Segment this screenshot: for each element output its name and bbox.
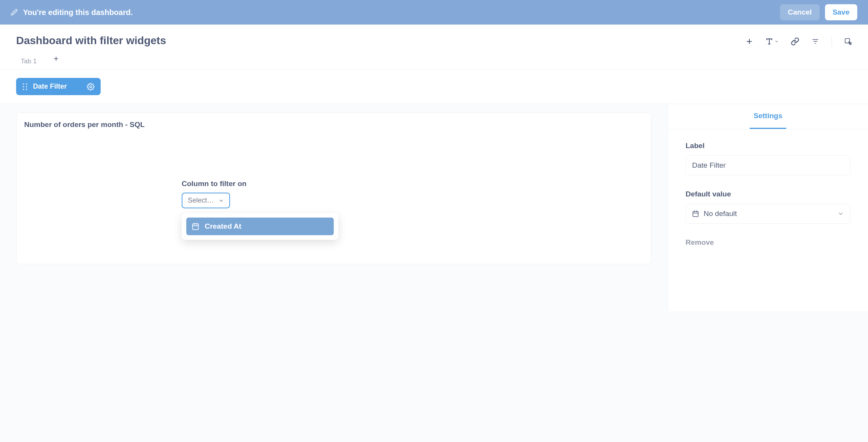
sidebar-tabs: Settings xyxy=(668,104,868,129)
svg-point-11 xyxy=(23,89,24,90)
drag-handle-icon[interactable] xyxy=(22,83,28,90)
gear-icon[interactable] xyxy=(87,83,94,91)
chevron-down-icon xyxy=(838,211,844,217)
filter-row: Date Filter xyxy=(0,69,868,104)
column-select[interactable]: Select… xyxy=(182,193,230,208)
svg-rect-18 xyxy=(693,211,698,217)
svg-point-13 xyxy=(90,86,92,87)
calendar-icon xyxy=(692,210,699,217)
svg-point-10 xyxy=(26,86,27,87)
text-icon[interactable] xyxy=(765,38,779,45)
main-area: Number of orders per month - SQL Column … xyxy=(0,104,868,311)
svg-point-7 xyxy=(23,83,24,85)
dropdown-option-label: Created At xyxy=(205,222,241,231)
question-card[interactable]: Number of orders per month - SQL Column … xyxy=(16,112,651,264)
label-input[interactable] xyxy=(686,155,850,175)
save-button[interactable]: Save xyxy=(825,4,857,20)
svg-rect-14 xyxy=(193,224,199,229)
tabs-bar: Tab 1 xyxy=(0,47,868,69)
dropdown-option-created-at[interactable]: Created At xyxy=(186,218,334,235)
plus-icon[interactable] xyxy=(745,38,753,45)
cancel-button[interactable]: Cancel xyxy=(780,4,819,20)
tab-1[interactable]: Tab 1 xyxy=(16,54,41,69)
svg-point-9 xyxy=(23,86,24,87)
column-dropdown: Created At xyxy=(182,213,338,240)
svg-point-8 xyxy=(26,83,27,85)
default-value-label: Default value xyxy=(686,190,850,198)
column-filter-section: Column to filter on Select… Created At xyxy=(182,180,338,240)
add-tab-button[interactable] xyxy=(53,56,59,67)
filter-chip-date[interactable]: Date Filter xyxy=(16,78,101,95)
chevron-down-icon xyxy=(219,198,224,203)
svg-point-12 xyxy=(26,89,27,90)
edit-banner-text: You're editing this dashboard. xyxy=(23,8,133,17)
dashboard-canvas: Number of orders per month - SQL Column … xyxy=(0,104,668,311)
sidebar-tab-settings[interactable]: Settings xyxy=(750,104,786,129)
label-field-label: Label xyxy=(686,142,850,150)
click-behavior-icon[interactable] xyxy=(844,38,852,45)
dashboard-title[interactable]: Dashboard with filter widgets xyxy=(16,35,166,47)
card-title: Number of orders per month - SQL xyxy=(24,120,643,129)
pencil-icon xyxy=(11,9,18,16)
link-icon[interactable] xyxy=(791,37,799,46)
remove-filter-button[interactable]: Remove xyxy=(686,238,850,247)
dashboard-actions xyxy=(745,35,852,47)
default-value-select[interactable]: No default xyxy=(686,204,850,224)
filter-chip-label: Date Filter xyxy=(33,82,67,91)
column-filter-label: Column to filter on xyxy=(182,180,338,188)
default-value-text: No default xyxy=(704,209,737,218)
toolbar-divider xyxy=(832,36,832,47)
filter-icon[interactable] xyxy=(812,38,819,45)
filter-settings-sidebar: Settings Label Default value No default xyxy=(668,104,868,311)
column-select-placeholder: Select… xyxy=(188,196,214,205)
edit-banner: You're editing this dashboard. Cancel Sa… xyxy=(0,0,868,25)
calendar-icon xyxy=(192,223,199,230)
dashboard-header: Dashboard with filter widgets xyxy=(0,25,868,47)
